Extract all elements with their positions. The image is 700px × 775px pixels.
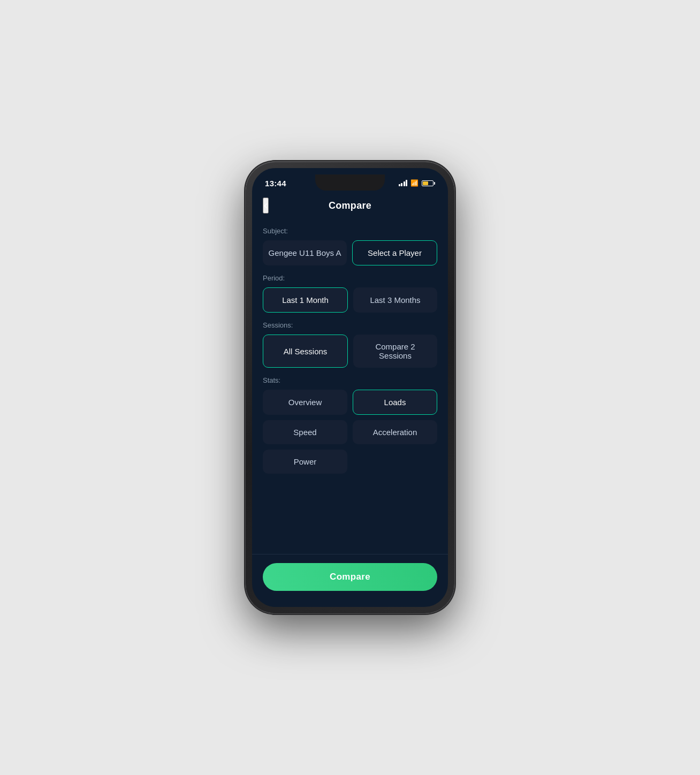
subject-label: Subject: bbox=[263, 227, 437, 235]
sessions-buttons: All Sessions Compare 2 Sessions bbox=[263, 335, 437, 368]
notch bbox=[315, 174, 385, 191]
sessions-label: Sessions: bbox=[263, 321, 437, 329]
signal-icon bbox=[399, 180, 408, 186]
period-section: Period: Last 1 Month Last 3 Months bbox=[263, 274, 437, 313]
overview-button[interactable]: Overview bbox=[263, 390, 347, 415]
bottom-area: Compare bbox=[252, 545, 448, 607]
acceleration-button[interactable]: Acceleration bbox=[353, 420, 437, 444]
compare-2-sessions-button[interactable]: Compare 2 Sessions bbox=[353, 335, 437, 368]
speed-button[interactable]: Speed bbox=[263, 420, 347, 444]
back-button[interactable]: ‹ bbox=[263, 197, 269, 214]
status-icons: 📶 bbox=[399, 179, 436, 187]
power-button[interactable]: Power bbox=[263, 450, 347, 474]
battery-icon bbox=[422, 180, 435, 186]
main-content: Subject: Gengee U11 Boys A Select a Play… bbox=[252, 219, 448, 545]
last-1-month-button[interactable]: Last 1 Month bbox=[263, 287, 348, 313]
subject-section: Subject: Gengee U11 Boys A Select a Play… bbox=[263, 227, 437, 265]
nav-bar: ‹ Compare bbox=[252, 192, 448, 219]
stats-row-3: Power bbox=[263, 450, 437, 474]
wifi-icon: 📶 bbox=[410, 179, 419, 187]
sessions-section: Sessions: All Sessions Compare 2 Session… bbox=[263, 321, 437, 368]
all-sessions-button[interactable]: All Sessions bbox=[263, 335, 348, 368]
stats-row-1: Overview Loads bbox=[263, 390, 437, 415]
subject-buttons: Gengee U11 Boys A Select a Player bbox=[263, 240, 437, 265]
compare-button[interactable]: Compare bbox=[263, 563, 437, 591]
stats-label: Stats: bbox=[263, 376, 437, 384]
last-3-months-button[interactable]: Last 3 Months bbox=[353, 287, 437, 313]
page-title: Compare bbox=[329, 200, 371, 211]
period-label: Period: bbox=[263, 274, 437, 282]
status-time: 13:44 bbox=[265, 179, 286, 188]
select-player-button[interactable]: Select a Player bbox=[352, 240, 437, 265]
divider bbox=[252, 554, 448, 554]
stats-section: Stats: Overview Loads Speed Acceleration… bbox=[263, 376, 437, 474]
subject-team-button[interactable]: Gengee U11 Boys A bbox=[263, 240, 347, 265]
loads-button[interactable]: Loads bbox=[353, 390, 437, 415]
period-buttons: Last 1 Month Last 3 Months bbox=[263, 287, 437, 313]
stats-row-2: Speed Acceleration bbox=[263, 420, 437, 444]
